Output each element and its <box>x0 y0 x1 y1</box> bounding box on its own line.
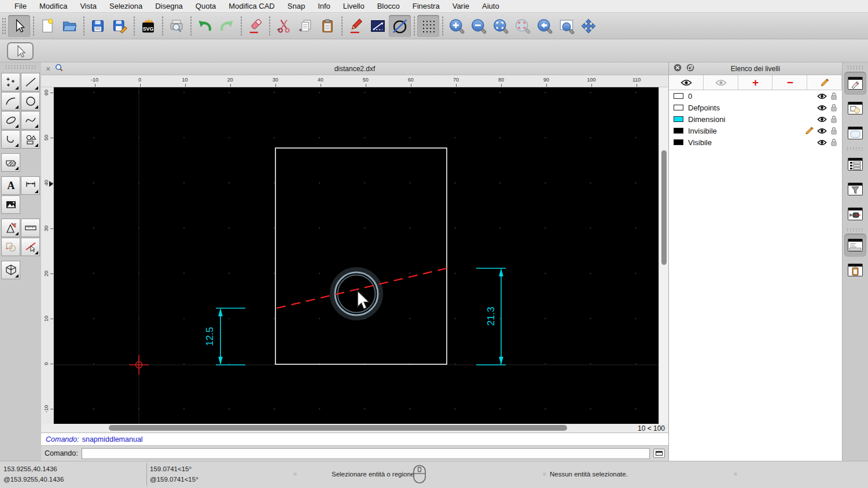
tab-close-button[interactable]: × <box>46 64 50 73</box>
isometric-view-button[interactable] <box>1 261 20 279</box>
document-tab[interactable]: distance2.dxf × <box>41 62 668 75</box>
points-tool-button[interactable] <box>1 73 20 91</box>
layer-lock-icon[interactable] <box>830 127 837 135</box>
menu-vista[interactable]: Vista <box>73 2 103 10</box>
add-layer-button[interactable]: + <box>738 75 773 90</box>
select-button[interactable] <box>8 15 30 37</box>
layer-color-swatch[interactable] <box>674 93 683 99</box>
grid-toggle-button[interactable] <box>417 15 439 37</box>
horizontal-scrollbar-thumb[interactable] <box>109 425 567 431</box>
layer-row-visibile[interactable]: Visibile <box>669 136 842 148</box>
redo-button[interactable] <box>216 15 238 37</box>
layer-row-defpoints[interactable]: Defpoints <box>669 102 842 113</box>
layer-visible-icon[interactable] <box>817 105 827 111</box>
command-history-toggle-button[interactable] <box>844 234 866 257</box>
layer-visible-icon[interactable] <box>817 93 827 99</box>
layer-lock-icon[interactable] <box>830 138 837 146</box>
open-file-button[interactable] <box>58 15 80 37</box>
zoom-auto-button[interactable] <box>490 15 512 37</box>
layer-visible-icon[interactable] <box>817 128 827 134</box>
layer-row-dimensioni[interactable]: Dimensioni <box>669 113 842 125</box>
layer-lock-icon[interactable] <box>830 115 837 123</box>
drawn-rectangle[interactable] <box>275 148 447 364</box>
menu-quota[interactable]: Quota <box>189 2 222 10</box>
layer-color-swatch[interactable] <box>674 139 683 145</box>
draw-attributes-button[interactable] <box>345 15 367 37</box>
dimension-21-3[interactable]: 21.3 <box>476 268 506 365</box>
print-preview-button[interactable] <box>165 15 187 37</box>
layer-row-0[interactable]: 0 <box>669 90 842 102</box>
zoom-out-button[interactable] <box>468 15 490 37</box>
panel-close-button[interactable] <box>674 64 682 74</box>
arc-tool-button[interactable] <box>1 92 20 110</box>
zoom-previous-button[interactable] <box>534 15 556 37</box>
delete-button[interactable] <box>244 15 266 37</box>
palette-handle[interactable] <box>5 65 36 69</box>
layer-visible-icon[interactable] <box>817 139 827 146</box>
polyline-tool-button[interactable] <box>1 130 20 149</box>
shape-tool-button[interactable] <box>21 130 40 149</box>
menu-varie[interactable]: Varie <box>446 2 476 10</box>
toolbar-handle[interactable] <box>2 17 6 35</box>
undo-button[interactable] <box>194 15 216 37</box>
dimension-12-5[interactable]: 12.5 <box>204 308 245 365</box>
hatch-tool-button[interactable] <box>1 153 20 172</box>
vertical-scrollbar[interactable] <box>659 87 668 424</box>
menu-info[interactable]: Info <box>311 2 337 10</box>
vertical-scrollbar-thumb[interactable] <box>661 150 667 265</box>
line-angle-tools-button[interactable] <box>367 15 389 37</box>
dimension-tool-button[interactable] <box>21 176 40 195</box>
hide-all-layers-button[interactable] <box>704 75 738 90</box>
layer-row-invisibile[interactable]: Invisibile <box>669 125 842 136</box>
menu-file[interactable]: File <box>8 2 33 10</box>
layer-list-toggle-button[interactable] <box>844 72 866 95</box>
menu-seleziona[interactable]: Seleziona <box>103 2 149 10</box>
copy-button[interactable] <box>295 15 317 37</box>
edit-layer-button[interactable] <box>807 75 842 90</box>
modify-tool-button[interactable] <box>1 219 20 237</box>
line-tool-button[interactable] <box>21 73 40 91</box>
save-as-button[interactable] <box>109 15 131 37</box>
command-input[interactable] <box>82 448 650 459</box>
paste-button[interactable] <box>317 15 339 37</box>
drawing-canvas[interactable]: 12.5 21.3 <box>54 87 659 424</box>
panel-detach-button[interactable] <box>686 64 694 74</box>
edit-entity-tool-button[interactable] <box>1 238 20 256</box>
property-editor-toggle-button[interactable] <box>844 153 866 176</box>
menu-modifica-cad[interactable]: Modifica CAD <box>222 2 281 10</box>
menu-aiuto[interactable]: Aiuto <box>476 2 506 10</box>
menu-modifica[interactable]: Modifica <box>33 2 73 10</box>
image-tool-button[interactable] <box>1 195 20 214</box>
layer-color-swatch[interactable] <box>674 116 683 122</box>
text-tool-button[interactable]: A <box>1 176 20 195</box>
selection-filter-toggle-button[interactable] <box>844 178 866 201</box>
command-popup-button[interactable] <box>653 449 665 458</box>
snap-tool-button[interactable] <box>21 238 40 256</box>
cut-button[interactable] <box>273 15 295 37</box>
pan-button[interactable] <box>578 15 599 37</box>
new-file-button[interactable] <box>36 15 58 37</box>
zoom-window-button[interactable] <box>556 15 578 37</box>
layer-visible-icon[interactable] <box>817 116 827 123</box>
selection-tool-button[interactable] <box>7 42 34 60</box>
menu-snap[interactable]: Snap <box>281 2 311 10</box>
horizontal-scrollbar[interactable] <box>41 424 626 432</box>
menu-disegna[interactable]: Disegna <box>149 2 189 10</box>
menu-livello[interactable]: Livello <box>337 2 371 10</box>
library-browser-toggle-button[interactable] <box>844 121 866 145</box>
lighting-toggle-button[interactable] <box>844 202 866 225</box>
layer-color-swatch[interactable] <box>674 128 683 134</box>
spline-tool-button[interactable] <box>21 111 40 130</box>
clipboard-panel-toggle-button[interactable] <box>844 258 866 282</box>
dock-handle[interactable] <box>847 65 864 69</box>
measure-tool-button[interactable] <box>21 219 40 237</box>
layer-lock-icon[interactable] <box>830 92 837 100</box>
svg-export-button[interactable]: SVG <box>137 15 159 37</box>
remove-layer-button[interactable]: − <box>773 75 807 90</box>
menu-blocco[interactable]: Blocco <box>371 2 406 10</box>
circle-tool-button[interactable] <box>21 92 40 110</box>
layer-lock-icon[interactable] <box>830 103 837 112</box>
zoom-in-button[interactable] <box>446 15 468 37</box>
ellipse-tool-button[interactable] <box>1 111 20 130</box>
circle-tools-button[interactable] <box>389 15 411 37</box>
